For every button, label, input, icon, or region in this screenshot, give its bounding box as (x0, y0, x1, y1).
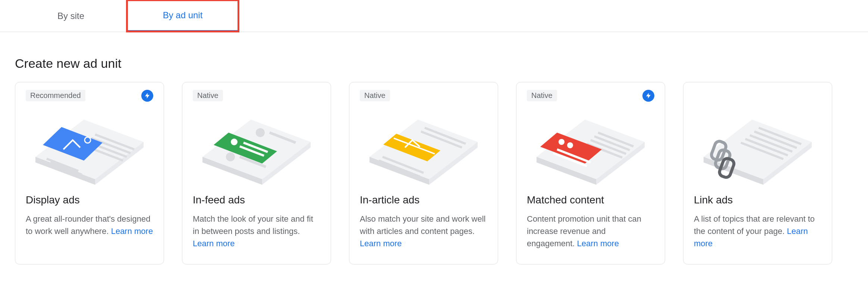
display-ads-illustration-icon (26, 108, 153, 194)
card-description: A great all-rounder that's designed to w… (26, 213, 153, 237)
svg-point-16 (226, 152, 235, 161)
tab-bar: By site By ad unit (0, 0, 868, 32)
in-article-ads-illustration-icon (360, 108, 487, 194)
learn-more-link[interactable]: Learn more (111, 226, 153, 236)
card-in-feed-ads[interactable]: Native (182, 82, 331, 264)
learn-more-link[interactable]: Learn more (360, 239, 402, 248)
card-desc-text: Also match your site and work well with … (360, 214, 485, 236)
card-description: Match the look of your site and fit in b… (193, 213, 320, 250)
badge-native: Native (360, 90, 390, 101)
tab-label: By ad unit (163, 10, 203, 20)
in-feed-ads-illustration-icon (193, 108, 320, 194)
tab-by-ad-unit[interactable]: By ad unit (127, 0, 239, 32)
card-matched-content[interactable]: Native (516, 82, 665, 264)
matched-content-illustration-icon (527, 108, 654, 194)
amp-icon (141, 90, 153, 102)
learn-more-link[interactable]: Learn more (577, 239, 619, 248)
link-ads-illustration-icon (694, 108, 821, 194)
card-header: Native (193, 90, 320, 105)
card-description: A list of topics that are relevant to th… (694, 213, 821, 250)
card-description: Also match your site and work well with … (360, 213, 487, 250)
svg-point-40 (567, 142, 573, 148)
page-title: Create new ad unit (15, 56, 868, 71)
badge-native: Native (193, 90, 223, 101)
ad-unit-cards: Recommended (0, 82, 868, 264)
card-display-ads[interactable]: Recommended (15, 82, 164, 264)
card-description: Content promotion unit that can increase… (527, 213, 654, 250)
card-title: Display ads (26, 194, 153, 206)
badge-recommended: Recommended (26, 90, 85, 101)
badge-native: Native (527, 90, 557, 101)
card-title: Link ads (694, 194, 821, 206)
card-header: Native (527, 90, 654, 105)
tab-label: By site (57, 11, 84, 21)
card-title: In-feed ads (193, 194, 320, 206)
svg-point-39 (559, 139, 564, 145)
card-in-article-ads[interactable]: Native (349, 82, 498, 264)
svg-point-14 (256, 128, 265, 137)
amp-icon (642, 90, 654, 102)
card-header: Recommended (26, 90, 153, 105)
learn-more-link[interactable]: Learn more (193, 239, 235, 248)
card-link-ads[interactable]: Link ads A list of topics that are relev… (683, 82, 832, 264)
card-desc-text: Match the look of your site and fit in b… (193, 214, 313, 236)
tab-by-site[interactable]: By site (15, 0, 127, 32)
svg-point-19 (231, 139, 238, 145)
card-title: In-article ads (360, 194, 487, 206)
card-header: Native (360, 90, 487, 105)
card-title: Matched content (527, 194, 654, 206)
card-header (694, 90, 821, 105)
